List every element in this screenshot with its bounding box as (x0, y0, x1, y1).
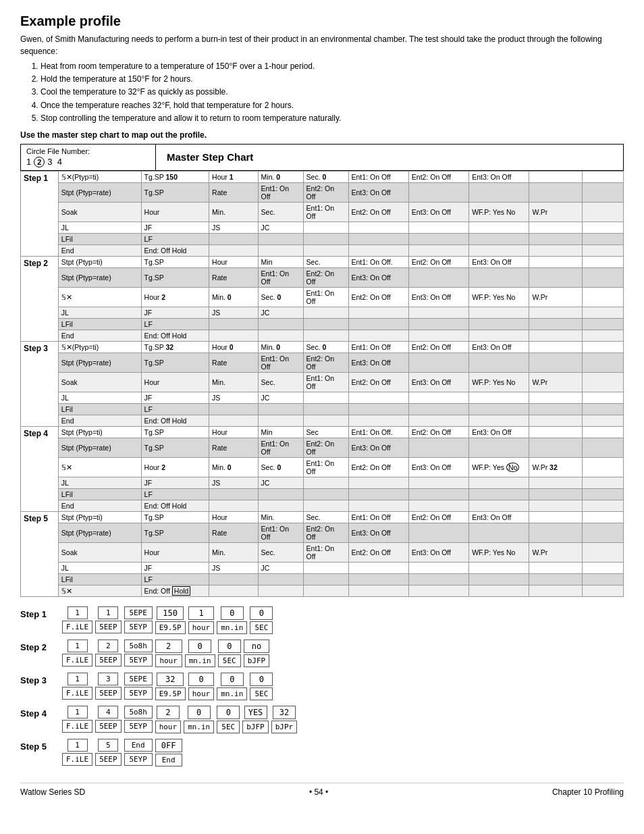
lcd-s1-sp-bot: E9.5P (155, 621, 186, 634)
lcd-step1: Step 1 1 F.iLE 1 5EEP 5EPE 5EYP 150 E9.5… (20, 606, 624, 634)
list-item-3: Cool the temperature to 32°F as quickly … (41, 86, 624, 99)
step1-r1-c3: Hour 1 (209, 171, 259, 182)
step1-row2: Stpt (Ptyp=rate) Tg.SP Rate Ent1: On Off… (21, 182, 624, 202)
step3-row4: JL JF JS JC (21, 392, 624, 403)
step1-r1-c6: Ent1: On Off (348, 171, 408, 182)
file-number-nums: 1 2 3 4 (26, 157, 150, 167)
lcd-step5: Step 5 1 F.iLE 5 5EEP End 5EYP 0FF End (20, 739, 624, 766)
step3-row5: LFil LF (21, 403, 624, 415)
lcd-s1-file-top: 1 (68, 606, 88, 619)
lcd-s2-file-top: 1 (68, 640, 88, 652)
lcd-s1-sp-top: 150 (157, 606, 184, 620)
lcd-step1-label: Step 1 (20, 606, 59, 619)
step3-row3: Soak Hour Min. Sec. Ent1: On Off Ent2: O… (21, 372, 624, 392)
lcd-s1-min-bot: mn.in (217, 621, 247, 634)
lcd-step3-label: Step 3 (20, 673, 59, 685)
lcd-s2-sec-top: 0 (218, 640, 241, 653)
step2-row2: Stpt (Ptyp=rate) Tg.SP Rate Ent1: On Off… (21, 267, 624, 287)
map-instruction: Use the master step chart to map out the… (20, 130, 624, 140)
master-chart-title: Master Step Chart (156, 145, 264, 170)
lcd-s2-sec-bot: 5EC (218, 654, 241, 667)
step2-row6: End End: Off Hold (21, 330, 624, 341)
step3-row1: Step 3 𝕊✕(Ptyp=ti) Tg.SP 32 Hour 0 Min. … (21, 341, 624, 353)
step2-row5: LFil LF (21, 318, 624, 330)
step1-r1-c8: Ent3: On Off (469, 171, 529, 182)
step4-row6: End End: Off Hold (21, 500, 624, 511)
footer-center: • 54 • (309, 787, 328, 797)
intro-list: Heat from room temperature to a temperat… (41, 60, 624, 125)
lcd-s2-type-top: 5o8h (124, 640, 153, 652)
step2-row3: 𝕊✕ Hour 2 Min. 0 Sec. 0 Ent1: On Off Ent… (21, 287, 624, 307)
lcd-s1-hr-bot: hour (188, 621, 215, 634)
lcd-s1-file-bot: F.iLE (62, 621, 92, 633)
lcd-step4-label: Step 4 (20, 706, 59, 719)
step1-label: Step 1 (21, 171, 59, 256)
main-steps-table: Step 1 𝕊✕(Ptyp=ti) Tg.SP 150 Hour 1 Min.… (20, 171, 624, 597)
lcd-step5-label: Step 5 (20, 739, 59, 752)
step1-r1-c4: Min. 0 (258, 171, 303, 182)
step1-r1-c1: 𝕊✕(Ptyp=ti) (58, 171, 141, 182)
step1-r1-c2: Tg.SP 150 (141, 171, 209, 182)
step1-row4: JL JF JS JC (21, 221, 624, 233)
step4-row5: LFil LF (21, 488, 624, 500)
step2-row4: JL JF JS JC (21, 307, 624, 318)
step1-r1-c5: Sec. 0 (303, 171, 348, 182)
lcd-s2-jp-top: no (244, 640, 269, 653)
step4-row1: Step 4 Stpt (Ptyp=ti) Tg.SP Hour Min Sec… (21, 426, 624, 438)
step4-row3: 𝕊✕ Hour 2 Min. 0 Sec. 0 Ent1: On Off Ent… (21, 457, 624, 477)
lcd-s2-file-bot: F.iLE (62, 654, 92, 667)
lcd-step3: Step 3 1 F.iLE 3 5EEP 5EPE 5EYP 32 E9.5P (20, 673, 624, 700)
lcd-s2-min-bot: mn.in (185, 654, 215, 667)
step5-row4: JL JF JS JC (21, 562, 624, 573)
step1-row3: Soak Hour Min. Sec. Ent1: On Off Ent2: O… (21, 202, 624, 221)
lcd-s1-step-top: 1 (98, 606, 118, 619)
lcd-s2-jp-bot: bJFP (244, 654, 270, 667)
lcd-s1-sec-top: 0 (250, 606, 273, 620)
page-footer: Watlow Series SD • 54 • Chapter 10 Profi… (20, 783, 624, 797)
step1-row6: End End: Off Hold (21, 244, 624, 256)
list-item-4: Once the temperature reaches 32°F, hold … (41, 99, 624, 112)
lcd-display-section: Step 1 1 F.iLE 1 5EEP 5EPE 5EYP 150 E9.5… (20, 606, 624, 766)
lcd-step4: Step 4 1 F.iLE 4 5EEP 5o8h 5EYP 2 hour (20, 706, 624, 733)
page-title: Example profile (20, 14, 624, 29)
footer-right: Chapter 10 Profiling (552, 787, 624, 797)
list-item-5: Stop controlling the temperature and all… (41, 112, 624, 125)
lcd-s1-sec-bot: 5EC (250, 621, 273, 634)
step4-row2: Stpt (Ptyp=rate) Tg.SP Rate Ent1: On Off… (21, 438, 624, 457)
step5-row6: 𝕊✕ End: Off Hold (21, 585, 624, 596)
intro-paragraph: Gwen, of Smith Manufacturing needs to pe… (20, 33, 624, 57)
lcd-step2-label: Step 2 (20, 640, 59, 652)
lcd-s2-step-top: 2 (98, 640, 118, 652)
step3-row2: Stpt (Ptyp=rate) Tg.SP Rate Ent1: On Off… (21, 353, 624, 372)
file-number-label: Circle File Number: (26, 147, 150, 155)
step3-row6: End End: Off Hold (21, 415, 624, 426)
step1-r1-c7: Ent2: On Off (408, 171, 468, 182)
lcd-s1-type-bot: 5EYP (124, 621, 153, 633)
lcd-s1-step-bot: 5EEP (95, 621, 122, 633)
lcd-s1-min-top: 0 (221, 606, 244, 620)
lcd-s2-sp-top: 2 (155, 640, 182, 653)
circled-two: 2 (34, 157, 45, 167)
step1-row1: Step 1 𝕊✕(Ptyp=ti) Tg.SP 150 Hour 1 Min.… (21, 171, 624, 182)
lcd-step2: Step 2 1 F.iLE 2 5EEP 5o8h 5EYP 2 hour (20, 640, 624, 667)
step1-row5: LFil LF (21, 233, 624, 244)
lcd-s2-step-bot: 5EEP (95, 654, 122, 667)
lcd-s1-type-top: 5EPE (124, 606, 153, 619)
lcd-s1-hr-top: 1 (188, 606, 214, 620)
list-item-2: Hold the temperature at 150°F for 2 hour… (41, 73, 624, 86)
lcd-s2-min-top: 0 (188, 640, 211, 653)
step5-row2: Stpt (Ptyp=rate) Tg.SP Rate Ent1: On Off… (21, 523, 624, 542)
footer-left: Watlow Series SD (20, 787, 85, 797)
step1-r1-c10 (582, 171, 623, 182)
step5-row3: Soak Hour Min. Sec. Ent1: On Off Ent2: O… (21, 542, 624, 562)
step4-row4: JL JF JS JC (21, 477, 624, 488)
lcd-s2-sp-bot: hour (155, 654, 182, 667)
step1-r1-c9 (529, 171, 582, 182)
step2-row1: Step 2 Stpt (Ptyp=ti) Tg.SP Hour Min Sec… (21, 256, 624, 267)
lcd-s2-type-bot: 5EYP (124, 654, 153, 667)
step5-row5: LFil LF (21, 573, 624, 585)
list-item-1: Heat from room temperature to a temperat… (41, 60, 624, 73)
step5-row1: Step 5 Stpt (Ptyp=ti) Tg.SP Hour Min. Se… (21, 511, 624, 523)
